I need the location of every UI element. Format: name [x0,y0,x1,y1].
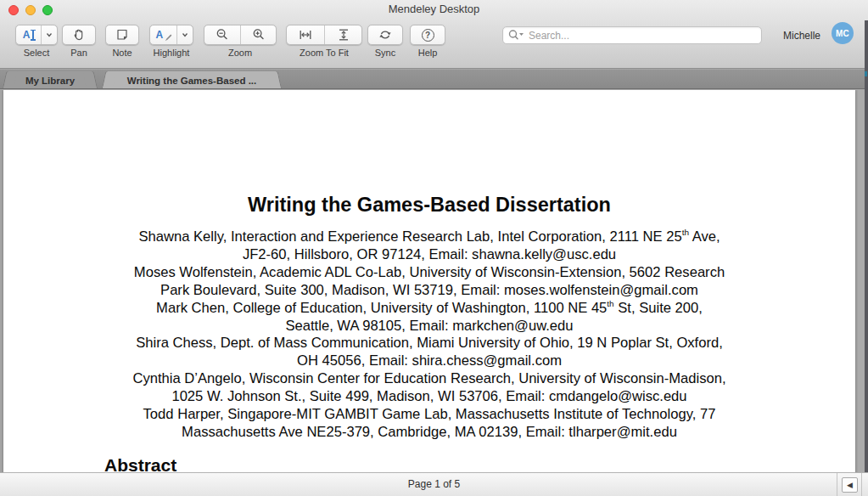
sync-icon [378,27,393,42]
fit-height-button[interactable] [324,25,361,44]
avatar-initials: MC [836,29,849,38]
zoom-out-icon [215,27,230,42]
tab-label: My Library [25,76,75,86]
author-line: Moses Wolfenstein, Academic ADL Co-Lab, … [3,264,855,282]
author-line: JF2-60, Hillsboro, OR 97124, Email: shaw… [3,246,855,264]
tool-group-pan: Pan [62,25,96,58]
tool-group-help: ? Help [410,25,445,58]
note-tool-button[interactable] [106,25,138,44]
toolbar: A Select Pan [0,19,868,69]
help-icon: ? [422,29,434,42]
author-line: Shira Chess, Dept. of Mass Communication… [3,335,855,352]
pan-tool-label: Pan [70,48,87,58]
sync-button[interactable] [368,25,402,44]
account-name[interactable]: Michelle [783,30,820,42]
search-input[interactable] [502,26,762,44]
zoom-in-icon [251,27,266,42]
neighbor-window-fragment [865,71,867,76]
pdf-page: Writing the Games-Based Dissertation Sha… [3,90,855,472]
abstract-heading: Abstract [104,455,855,472]
page-indicator: Page 1 of 5 [0,473,868,496]
zoom-to-fit-label: Zoom To Fit [300,48,349,58]
fit-width-icon [298,27,313,42]
title-bar: Mendeley Desktop [0,0,868,19]
author-line: OH 45056, Email: shira.chess@gmail.com [3,352,855,370]
tab-document[interactable]: Writing the Games-Based ... [108,71,276,89]
tool-group-highlight: A Highlight [149,25,193,58]
status-separator [837,473,837,496]
window-chrome: Mendeley Desktop A Select [0,0,868,69]
fit-width-button[interactable] [287,25,324,44]
mendeley-window: Mendeley Desktop A Select [0,0,868,496]
author-line: Seattle, WA 98105, Email: markchen@uw.ed… [3,318,855,335]
note-tool-label: Note [112,48,132,58]
select-tool-dropdown[interactable] [41,25,57,44]
highlight-tool-button[interactable]: A [150,25,176,44]
author-line: Cynthia D’Angelo, Wisconsin Center for E… [3,370,855,388]
author-block: Shawna Kelly, Interaction and Experience… [3,228,855,442]
zoom-out-button[interactable] [204,25,240,44]
pdf-viewer: Writing the Games-Based Dissertation Sha… [0,90,868,472]
fit-height-icon [336,27,351,42]
status-bar: Page 1 of 5 ◀ [0,472,868,496]
text-select-icon: A [23,30,35,41]
author-line: Mark Chen, College of Education, Univers… [3,300,855,318]
tab-label: Writing the Games-Based ... [127,76,257,86]
tool-group-zoom: Zoom [204,25,277,58]
highlight-icon: A [156,28,171,42]
chevron-down-icon [181,31,189,39]
zoom-in-button[interactable] [240,25,276,44]
panel-toggle-icon: ◀ [847,481,853,489]
author-line: 1025 W. Johnson St., Suite 499, Madison,… [3,388,855,406]
highlight-tool-label: Highlight [154,48,190,58]
note-icon [115,27,130,42]
paper-title: Writing the Games-Based Dissertation [3,194,855,217]
hand-icon [71,27,87,42]
pan-tool-button[interactable] [63,25,95,44]
highlight-tool-dropdown[interactable] [176,25,193,44]
vertical-scrollbar[interactable] [858,90,865,472]
author-line: Shawna Kelly, Interaction and Experience… [3,228,855,246]
tool-group-note: Note [105,25,139,58]
author-line: Park Boulevard, Suite 300, Madison, WI 5… [3,282,855,300]
tab-bar: My Library Writing the Games-Based ... [0,70,868,89]
search-field-wrap [502,26,762,44]
neighbor-window-edge [865,20,868,472]
chevron-down-icon [45,31,53,39]
select-tool-button[interactable]: A [16,25,41,44]
help-label: Help [418,48,438,58]
author-line: Massachusetts Ave NE25-379, Cambridge, M… [3,424,855,442]
author-line: Todd Harper, Singapore-MIT GAMBIT Game L… [3,406,855,424]
tool-group-zoom-to-fit: Zoom To Fit [286,25,362,58]
toggle-panel-button[interactable]: ◀ [842,477,858,493]
sync-label: Sync [375,48,395,58]
avatar[interactable]: MC [832,22,854,44]
select-tool-label: Select [24,48,50,58]
help-button[interactable]: ? [411,25,445,44]
status-separator [861,473,862,496]
tab-my-library[interactable]: My Library [8,71,92,89]
zoom-tool-label: Zoom [228,48,252,58]
tool-group-select: A Select [15,25,58,58]
tool-group-sync: Sync [367,25,403,58]
window-title: Mendeley Desktop [0,0,868,19]
